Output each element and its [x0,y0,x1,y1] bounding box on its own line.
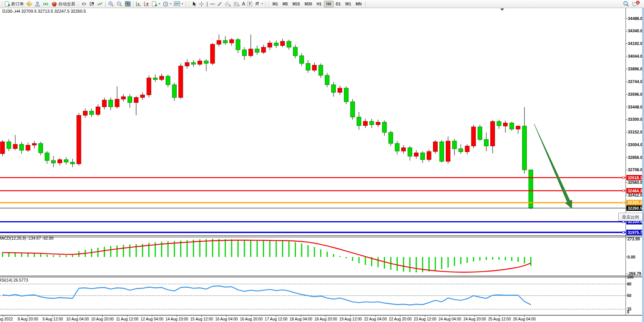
macd-signal-line [3,240,531,272]
tf-mn[interactable]: MN [353,1,364,7]
macd-histogram-bar [397,257,398,271]
new-order-button[interactable]: 新订单 [3,0,25,7]
toolbar-grip[interactable] [188,1,190,7]
text-label-tool-button[interactable]: T [246,0,253,7]
price-chart[interactable]: 34488.034340.034192.034044.033896.033744… [0,0,644,322]
hline-marker[interactable] [622,202,624,204]
tf-m5[interactable]: M5 [280,1,290,7]
toolbar-grip[interactable] [1,1,3,7]
tf-m30[interactable]: M30 [302,1,314,7]
time-tick-label: 14 Aug 23:00 [166,317,188,321]
macd-histogram-bar [448,257,449,267]
candle [255,49,259,52]
candle [306,63,310,70]
price-tick-label: 33596.0 [628,92,642,97]
cursor-button[interactable] [191,0,198,7]
autotrade-button[interactable]: 自动交易 [50,0,76,7]
trend-arrow-annotation[interactable] [534,124,572,209]
macd-histogram-bar [518,257,519,262]
chart-shift-marker-icon[interactable] [500,8,504,11]
channel-tool-button[interactable]: E [223,0,232,7]
zoom-in-button[interactable] [107,0,115,7]
bar-chart-button[interactable] [80,0,88,7]
candle [325,75,329,85]
chat-button[interactable]: 1 [631,0,641,7]
tf-h1[interactable]: H1 [314,1,324,7]
hline-price-label: 32260.5 [628,206,642,210]
tf-h4[interactable]: H4 [324,1,334,7]
macd-histogram-bar [307,245,309,257]
line-chart-button[interactable] [96,0,104,7]
rsi-scale-label: 100 [627,275,634,279]
candle [510,123,514,129]
candle [172,85,176,97]
period-dropdown[interactable] [161,0,173,7]
chart-play-button[interactable] [134,0,143,7]
candle [191,63,196,64]
candle [484,140,488,146]
candle [491,122,495,146]
price-tick-label: 33896.0 [628,67,642,71]
candle [121,97,126,99]
search-button[interactable] [622,0,631,7]
macd-histogram-bar [327,252,328,257]
candle [338,88,342,92]
profile-button[interactable] [33,0,41,7]
time-tick-label: 10 Aug 04:00 [66,317,89,321]
horizontal-line-icon: — [210,2,215,6]
zoom-out-button[interactable] [115,0,124,7]
macd-histogram-bar [269,240,271,257]
macd-histogram-bar [34,254,35,257]
crosshair-button[interactable] [198,0,206,7]
candle [312,65,317,70]
signal-button[interactable] [41,0,50,7]
tile-windows-icon [125,1,131,7]
macd-histogram-bar [409,257,410,272]
chart-add-button[interactable] [143,0,151,7]
vline-tool-button[interactable]: | [206,0,209,7]
template-dropdown[interactable] [173,0,184,7]
hline-marker[interactable] [622,231,624,233]
candlestick-button[interactable] [88,0,96,7]
new-chart-dropdown[interactable] [151,0,161,7]
vertical-scale-tooltip-text: 垂直比例 [622,214,639,220]
quotes-button[interactable] [25,0,33,7]
hline-marker[interactable] [622,190,624,192]
tf-m1[interactable]: M1 [270,1,280,7]
macd-histogram-bar [435,257,436,270]
tile-windows-button[interactable] [124,0,132,7]
tf-w1[interactable]: W1 [343,1,353,7]
candle [13,144,17,148]
price-tick-label: 32856.0 [628,155,642,160]
chart-symbol-ohlc: DJ30-,H4 32709.5 32713.5 32247.5 32260.5 [2,9,86,13]
crosshair-icon [199,1,204,7]
candle [497,122,501,126]
chat-badge-count: 1 [637,1,639,4]
time-tick-label: 24 Aug 04:00 [438,317,461,321]
price-tick-label: 34192.0 [628,41,642,46]
macd-histogram-bar [479,257,480,260]
trendline-tool-button[interactable] [216,0,223,7]
macd-histogram-bar [2,252,3,257]
macd-histogram-bar [231,239,232,257]
text-tool-button[interactable]: A [241,0,247,7]
macd-histogram-bar [486,257,487,260]
macd-histogram-bar [263,240,264,257]
arrows-tool-dropdown[interactable] [253,0,264,7]
zoom-out-icon [116,1,123,7]
time-tick-label: 8 Aug 20:00 [18,317,38,321]
fibonacci-tool-button[interactable]: F [232,0,241,7]
toolbar-grip[interactable] [267,1,269,7]
bar-chart-icon [81,1,87,7]
tf-m15[interactable]: M15 [290,1,302,7]
candle [0,142,5,153]
macd-histogram-bar [359,257,360,263]
toolbar-separator [105,1,106,7]
candle [83,111,87,115]
hline-tool-button[interactable]: — [209,0,216,7]
hline-marker[interactable] [622,177,624,179]
toolbar-grip[interactable] [77,1,79,7]
tf-d1[interactable]: D1 [334,1,343,7]
candle [478,127,482,140]
cursor-icon [192,1,196,7]
